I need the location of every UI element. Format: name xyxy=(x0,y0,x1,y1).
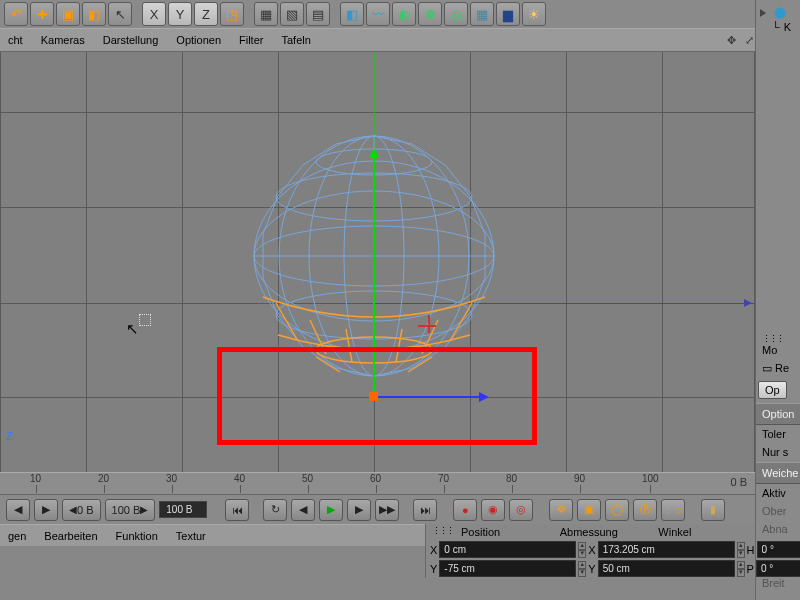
end-frame-field[interactable]: 100 B ▶ xyxy=(105,499,156,521)
expand-icon[interactable] xyxy=(760,9,770,17)
marquee-selection xyxy=(139,314,151,326)
frame-right-label: 0 B xyxy=(730,476,747,488)
y-label: Y xyxy=(430,563,437,575)
light-button[interactable]: ☀ xyxy=(522,2,546,26)
menu-erzeugen[interactable]: gen xyxy=(8,530,26,542)
film-button[interactable]: ▮ xyxy=(701,499,725,521)
menu-darstellung[interactable]: Darstellung xyxy=(103,34,159,46)
viewport[interactable]: Z xyxy=(0,52,755,472)
main-toolbar: ↶ ✚ ▣ ◧ ↖ X Y Z ◳ ▦ ▧ ▤ ◧ 〰 ◐ ❁ ◎ ▦ ▆ ☀ xyxy=(0,0,800,28)
menu-kameras[interactable]: Kameras xyxy=(41,34,85,46)
mode-label: ⋮⋮⋮ Mo xyxy=(756,329,800,359)
y-axis-toggle[interactable]: Y xyxy=(168,2,192,26)
axis-z-label: Z xyxy=(6,430,13,442)
goto-end-frame-button[interactable]: ▶▶ xyxy=(375,499,399,521)
timeline-ruler[interactable]: 10 20 30 40 50 60 70 80 90 100 0 B xyxy=(0,472,755,494)
tick-90: 90 xyxy=(574,473,585,484)
array-button[interactable]: ❁ xyxy=(418,2,442,26)
position-header: Position xyxy=(461,526,552,538)
viewport-menu-bar: cht Kameras Darstellung Optionen Filter … xyxy=(0,28,800,52)
param-key-button[interactable]: Ⓟ xyxy=(633,499,657,521)
paste-button[interactable]: ▣ xyxy=(56,2,80,26)
scale-key-button[interactable]: ▣ xyxy=(577,499,601,521)
tick-50: 50 xyxy=(302,473,313,484)
play-button[interactable]: ▶ xyxy=(319,499,343,521)
environment-button[interactable]: ▦ xyxy=(470,2,494,26)
autokey-button[interactable]: ◉ xyxy=(481,499,505,521)
zoom-view-icon[interactable]: ⤢ xyxy=(742,33,756,47)
step-back-button[interactable]: ◀ xyxy=(291,499,315,521)
keyframe-button[interactable]: ◎ xyxy=(509,499,533,521)
active-label: Aktiv xyxy=(756,484,800,502)
start-frame-field[interactable]: ◀ 0 B xyxy=(62,499,101,521)
render-button[interactable]: ▦ xyxy=(254,2,278,26)
render-region-button[interactable]: ▧ xyxy=(280,2,304,26)
goto-start-button[interactable]: ⏮ xyxy=(225,499,249,521)
menu-filter[interactable]: Filter xyxy=(239,34,263,46)
options-button[interactable]: Op xyxy=(758,381,787,399)
menu-funktion[interactable]: Funktion xyxy=(116,530,158,542)
tick-20: 20 xyxy=(98,473,109,484)
h-angle-input[interactable] xyxy=(757,541,800,558)
record-button[interactable]: ● xyxy=(453,499,477,521)
surface-label: Ober xyxy=(756,502,800,520)
rot-key-button[interactable]: ◯ xyxy=(605,499,629,521)
menu-bearbeiten[interactable]: Bearbeiten xyxy=(44,530,97,542)
camera-button[interactable]: ▆ xyxy=(496,2,520,26)
soft-section-header: Weiche xyxy=(756,462,800,484)
size-header: Abmessung xyxy=(560,526,651,538)
tick-70: 70 xyxy=(438,473,449,484)
x-axis-toggle[interactable]: X xyxy=(142,2,166,26)
menu-optionen[interactable]: Optionen xyxy=(176,34,221,46)
spinner-up[interactable]: ▲ xyxy=(578,542,586,550)
nurbs-button[interactable]: ◐ xyxy=(392,2,416,26)
cube-primitive-button[interactable]: ◧ xyxy=(340,2,364,26)
angle-header: Winkel xyxy=(658,526,749,538)
world-z-arrow xyxy=(744,299,755,307)
selection-highlight-box xyxy=(217,347,537,445)
coord-system-button[interactable]: ◳ xyxy=(220,2,244,26)
goto-end-button[interactable]: ⏭ xyxy=(413,499,437,521)
tick-100: 100 xyxy=(642,473,659,484)
y-size-input[interactable] xyxy=(598,560,735,577)
arrow-tool[interactable]: ↖ xyxy=(108,2,132,26)
next-chunk-button[interactable]: ▶ xyxy=(34,499,58,521)
menu-ansicht[interactable]: cht xyxy=(8,34,23,46)
pos-key-button[interactable]: ✥ xyxy=(549,499,573,521)
prev-chunk-button[interactable]: ◀ xyxy=(6,499,30,521)
tool-rect-select[interactable]: ▭ Re xyxy=(756,359,800,378)
spinner-down[interactable]: ▼ xyxy=(578,550,586,558)
menu-textur[interactable]: Textur xyxy=(176,530,206,542)
step-fwd-button[interactable]: ▶ xyxy=(347,499,371,521)
x-position-input[interactable] xyxy=(439,541,576,558)
z-axis-toggle[interactable]: Z xyxy=(194,2,218,26)
tolerance-label: Toler xyxy=(756,425,800,443)
deformer-button[interactable]: ◎ xyxy=(444,2,468,26)
live-select-button[interactable]: ◧ xyxy=(82,2,106,26)
material-menu-bar: gen Bearbeiten Funktion Textur xyxy=(0,524,425,546)
transport-bar: ◀ ▶ ◀ 0 B 100 B ▶ ⏮ ↻ ◀ ▶ ▶ ▶▶ ⏭ ● ◉ ◎ ✥… xyxy=(0,494,755,524)
loop-button[interactable]: ↻ xyxy=(263,499,287,521)
current-frame-input[interactable] xyxy=(159,501,207,518)
x-size-input[interactable] xyxy=(598,541,735,558)
tick-30: 30 xyxy=(166,473,177,484)
tick-80: 80 xyxy=(506,473,517,484)
tick-10: 10 xyxy=(30,473,41,484)
render-settings-button[interactable]: ▤ xyxy=(306,2,330,26)
object-tree-child[interactable]: └K xyxy=(760,21,796,33)
drag-handle-icon[interactable]: ⋮⋮⋮ xyxy=(432,526,453,538)
undo-button[interactable]: ↶ xyxy=(4,2,28,26)
menu-tafeln[interactable]: Tafeln xyxy=(281,34,310,46)
object-tree-item[interactable]: ⬤ xyxy=(760,6,796,19)
y-position-input[interactable] xyxy=(439,560,576,577)
rotation-gizmo xyxy=(418,315,442,339)
add-button[interactable]: ✚ xyxy=(30,2,54,26)
move-view-icon[interactable]: ✥ xyxy=(724,33,738,47)
pla-key-button[interactable]: ⋮⋮ xyxy=(661,499,685,521)
p-angle-input[interactable] xyxy=(756,560,800,577)
options-section-header: Option xyxy=(756,403,800,425)
coordinates-panel: ⋮⋮⋮ Position Abmessung Winkel X ▲▼ X ▲▼ … xyxy=(425,524,755,578)
tick-40: 40 xyxy=(234,473,245,484)
spline-button[interactable]: 〰 xyxy=(366,2,390,26)
cursor-icon: ↖ xyxy=(126,320,139,338)
